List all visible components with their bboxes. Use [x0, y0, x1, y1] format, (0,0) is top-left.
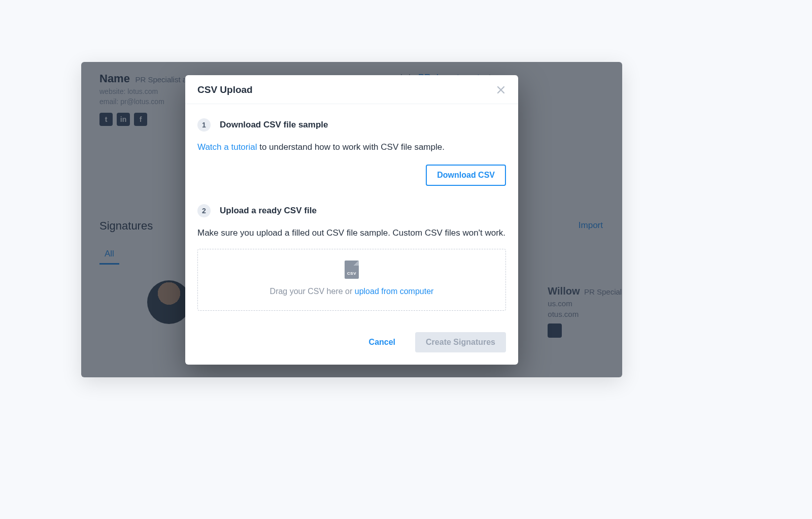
- step-desc-text: to understand how to work with CSV file …: [257, 142, 444, 152]
- csv-file-icon: CSV: [345, 261, 359, 279]
- download-csv-button[interactable]: Download CSV: [426, 165, 506, 186]
- drop-text: Drag your CSV here or: [270, 287, 355, 296]
- step-2: 2 Upload a ready CSV file Make sure you …: [197, 204, 506, 311]
- file-icon-label: CSV: [347, 271, 356, 276]
- csv-dropzone[interactable]: CSV Drag your CSV here or upload from co…: [197, 249, 506, 311]
- step-title: Upload a ready CSV file: [220, 206, 317, 216]
- modal-title: CSV Upload: [197, 84, 253, 95]
- step-1: 1 Download CSV file sample Watch a tutor…: [197, 118, 506, 186]
- cancel-button[interactable]: Cancel: [358, 332, 406, 352]
- watch-tutorial-link[interactable]: Watch a tutorial: [197, 142, 257, 152]
- step-title: Download CSV file sample: [220, 120, 328, 130]
- csv-upload-modal: CSV Upload 1 Download CSV file sample Wa…: [185, 75, 518, 365]
- create-signatures-button[interactable]: Create Signatures: [415, 332, 506, 352]
- step-number: 2: [197, 204, 211, 217]
- step-desc-text: Make sure you upload a filled out CSV fi…: [197, 226, 506, 240]
- close-icon[interactable]: [496, 85, 506, 95]
- upload-from-computer-link[interactable]: upload from computer: [355, 287, 434, 296]
- step-number: 1: [197, 118, 211, 132]
- app-frame: Name PR Specialist at Lotus Ltd. website…: [81, 62, 622, 377]
